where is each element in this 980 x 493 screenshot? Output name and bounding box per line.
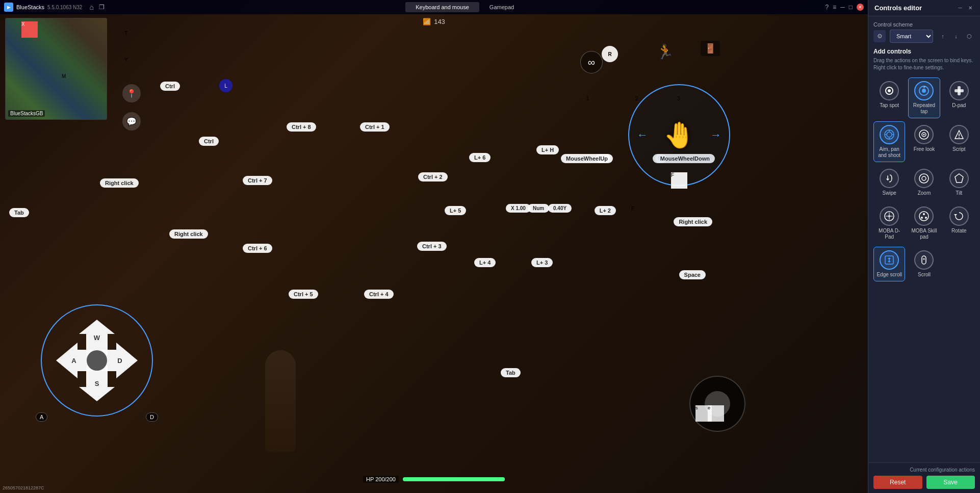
moba-skill-icon — [914, 206, 934, 226]
moba-dpad-icon — [880, 206, 899, 226]
editor-close[interactable]: ✕ — [967, 5, 974, 12]
key-1[interactable]: 1 — [586, 96, 603, 112]
right-joystick[interactable] — [689, 376, 745, 432]
help-icon[interactable]: ? — [826, 4, 829, 11]
ctrl-moba-dpad[interactable]: MOBA D-Pad — [873, 203, 905, 244]
minimize-icon[interactable]: ─ — [840, 4, 845, 11]
key-ctrl5[interactable]: Ctrl + 5 — [289, 290, 318, 299]
swipe-icon — [880, 169, 899, 188]
pan-circle-F[interactable]: F — [671, 172, 687, 189]
ctrl-aim-pan-label: Aim, pan and shoot — [876, 146, 902, 159]
key-Y[interactable]: Y — [124, 57, 141, 73]
key-Tab2[interactable]: Tab — [501, 368, 521, 377]
key-ctrl4[interactable]: Ctrl + 4 — [364, 290, 394, 299]
tab-gamepad[interactable]: Gamepad — [479, 2, 524, 12]
scheme-settings-button[interactable]: ⚙ — [873, 30, 886, 42]
key-R[interactable]: R — [602, 46, 618, 62]
menu-icon[interactable]: ≡ — [833, 4, 836, 11]
exit-icon[interactable]: 🚪 — [701, 41, 720, 56]
editor-minimize[interactable]: ─ — [957, 5, 964, 12]
ctrl-tilt[interactable]: Tilt — [943, 165, 975, 200]
minimap-label: BlueStacksGB — [8, 110, 45, 117]
editor-titlebar-buttons: ─ ✕ — [957, 5, 974, 12]
key-T[interactable]: T — [124, 31, 141, 47]
key-Ctrl-2[interactable]: Ctrl — [199, 137, 219, 146]
hp-bar-background — [403, 477, 505, 481]
key-ctrl6[interactable]: Ctrl + 6 — [243, 244, 272, 253]
scheme-label: Control scheme — [873, 21, 975, 28]
location-icon: 📍 — [122, 84, 141, 102]
key-rightclick2[interactable]: Right click — [169, 229, 208, 239]
ctrl-script-label: Script — [952, 146, 966, 152]
ctrl-repeated-tap[interactable]: ↺ Repeated tap — [908, 77, 940, 118]
key-L4[interactable]: L+ 4 — [474, 258, 496, 267]
key-ctrl1[interactable]: Ctrl + 1 — [360, 122, 390, 132]
reset-button[interactable]: Reset — [873, 476, 922, 489]
aim-pan-icon — [880, 125, 899, 144]
ctrl-zoom[interactable]: Zoom — [908, 165, 940, 200]
key-L5[interactable]: L+ 5 — [445, 206, 466, 215]
dpad-icon — [949, 81, 969, 100]
key-ctrl8[interactable]: Ctrl + 8 — [287, 122, 316, 132]
maximize-icon[interactable]: □ — [849, 4, 853, 11]
copy-icon[interactable]: ❐ — [99, 4, 105, 11]
app-version: 5.5.0.1063 N32 — [47, 5, 82, 10]
home-icon[interactable]: ⌂ — [89, 3, 93, 11]
key-space[interactable]: Space — [679, 270, 706, 279]
svg-point-19 — [919, 174, 929, 183]
zoom-icon — [914, 169, 934, 188]
ctrl-edge-scroll[interactable]: Edge scroll — [873, 247, 905, 281]
dpad-cross[interactable]: W S A D — [56, 320, 138, 401]
ctrl-tap-spot[interactable]: Tap spot — [873, 77, 905, 118]
ctrl-scroll[interactable]: Scroll — [908, 247, 940, 281]
key-ctrl2[interactable]: Ctrl + 2 — [418, 172, 448, 181]
dpad-circle: W S A D — [41, 304, 153, 417]
svg-point-3 — [922, 89, 926, 93]
key-ctrl3[interactable]: Ctrl + 3 — [417, 242, 447, 251]
key-mouseup[interactable]: MouseWheelUp — [561, 154, 613, 163]
scheme-download-icon[interactable]: ↓ — [950, 31, 962, 42]
close-button[interactable]: ✕ — [857, 4, 864, 11]
tilt-icon — [949, 169, 969, 188]
ctrl-dpad[interactable]: D-pad — [943, 77, 975, 118]
top-bar: ▶ BlueStacks 5.5.0.1063 N32 ⌂ ❐ Keyboard… — [0, 0, 868, 14]
ctrl-moba-skill[interactable]: MOBA Skill pad — [908, 203, 940, 244]
key-Ctrl-1[interactable]: Ctrl — [160, 82, 180, 91]
scheme-export-icon[interactable]: ⬡ — [964, 31, 975, 42]
game-area: ▶ BlueStacks 5.5.0.1063 N32 ⌂ ❐ Keyboard… — [0, 0, 868, 493]
hp-bar-fill — [403, 477, 505, 481]
ctrl-edge-scroll-label: Edge scroll — [876, 272, 901, 278]
infinity-icon: ∞ — [580, 51, 603, 73]
key-ctrl7[interactable]: Ctrl + 7 — [243, 176, 272, 185]
ctrl-rotate[interactable]: Rotate — [943, 203, 975, 244]
minimap-m-key[interactable]: M — [62, 73, 78, 90]
bluestacks-icon: ▶ — [4, 3, 13, 12]
ctrl-script[interactable]: Script — [943, 121, 975, 162]
key-L2[interactable]: L+ 2 — [595, 206, 616, 215]
scheme-select[interactable]: Smart — [890, 30, 933, 43]
rotate-icon — [949, 206, 969, 226]
ctrl-swipe[interactable]: Swipe — [873, 165, 905, 200]
tab-keyboard-mouse[interactable]: Keyboard and mouse — [405, 2, 479, 12]
game-top-hud: 📶 143 — [423, 18, 445, 25]
key-F2[interactable]: F — [631, 206, 648, 222]
svg-marker-32 — [888, 257, 891, 259]
window-controls: ? ≡ ─ □ ✕ — [826, 4, 864, 11]
ctrl-free-look[interactable]: Free look — [908, 121, 940, 162]
key-Tab1[interactable]: Tab — [9, 208, 29, 217]
ctrl-aim-pan[interactable]: Aim, pan and shoot — [873, 121, 905, 162]
svg-point-1 — [888, 89, 891, 92]
editor-title: Controls editor — [874, 4, 922, 12]
scheme-upload-icon[interactable]: ↑ — [937, 31, 948, 42]
key-rightclick1[interactable]: Right click — [100, 178, 139, 188]
key-X[interactable]: X — [21, 21, 38, 38]
svg-marker-29 — [954, 214, 957, 216]
arrow-left-icon: ← — [637, 128, 648, 142]
save-button[interactable]: Save — [926, 476, 975, 489]
key-LH[interactable]: L+ H — [536, 145, 559, 154]
key-rightclick3[interactable]: Right click — [674, 217, 712, 226]
key-L6[interactable]: L+ 6 — [469, 153, 491, 162]
key-e-joystick[interactable]: e — [708, 405, 724, 422]
key-L3[interactable]: L+ 3 — [531, 258, 553, 267]
pan-circle[interactable]: ← 🤚 → — [628, 84, 730, 186]
